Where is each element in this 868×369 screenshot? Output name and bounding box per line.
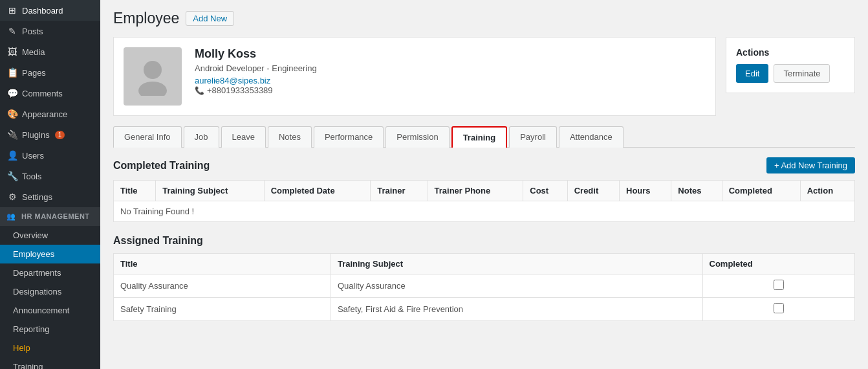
comments-icon: 💬 [6, 88, 18, 98]
row2-subject: Safety, First Aid & Fire Prevention [331, 298, 702, 321]
col-title: Title [114, 181, 156, 201]
sidebar-item-plugins[interactable]: 🔌 Plugins 1 [0, 124, 100, 145]
plugins-badge: 1 [55, 131, 65, 139]
sidebar-item-comments[interactable]: 💬 Comments [0, 83, 100, 104]
sidebar-item-label: Tools [22, 172, 41, 181]
completed-training-header: Completed Training + Add New Training [113, 157, 855, 173]
sidebar-item-settings[interactable]: ⚙ Settings [0, 186, 100, 207]
sidebar-item-overview[interactable]: Overview [0, 226, 100, 245]
add-new-button[interactable]: Add New [186, 11, 234, 26]
actions-title: Actions [736, 47, 845, 58]
dashboard-icon: ⊞ [6, 5, 18, 16]
row1-title: Quality Assurance [114, 274, 331, 298]
assigned-training-row-1: Quality Assurance Quality Assurance [114, 274, 855, 298]
appearance-icon: 🎨 [6, 109, 18, 119]
sidebar-item-training[interactable]: Training [0, 357, 100, 369]
col-cost: Cost [523, 181, 567, 201]
sidebar-item-employees[interactable]: Employees [0, 245, 100, 263]
tab-performance[interactable]: Performance [314, 126, 384, 148]
sidebar-item-posts[interactable]: ✎ Posts [0, 21, 100, 41]
sidebar-item-appearance[interactable]: 🎨 Appearance [0, 104, 100, 124]
tab-general-info[interactable]: General Info [113, 126, 182, 148]
sidebar-item-label: Appearance [22, 109, 67, 119]
tab-job[interactable]: Job [184, 126, 219, 148]
col-trainer: Trainer [371, 181, 428, 201]
svg-point-1 [138, 82, 167, 96]
sidebar-item-label: Posts [22, 27, 43, 36]
sidebar-item-dashboard[interactable]: ⊞ Dashboard [0, 0, 100, 21]
hr-icon: 👥 [6, 212, 16, 220]
phone-icon: 📞 [195, 86, 204, 95]
employee-phone: 📞 +8801933353389 [195, 85, 706, 95]
col-action: Action [800, 181, 854, 201]
sidebar-item-label: Pages [22, 68, 46, 78]
page-title-row: Employee Add New [113, 10, 855, 27]
tab-notes[interactable]: Notes [268, 126, 312, 148]
tools-icon: 🔧 [6, 171, 18, 181]
no-data-message: No Training Found ! [114, 201, 855, 222]
completed-training-header-row: Title Training Subject Completed Date Tr… [114, 181, 855, 201]
row2-title: Safety Training [114, 298, 331, 321]
employee-profile: Molly Koss Android Developer - Engineeri… [113, 37, 716, 116]
sidebar-item-label: Users [22, 151, 44, 161]
pages-icon: 📋 [6, 67, 18, 78]
assigned-training-table: Title Training Subject Completed Quality… [113, 253, 855, 321]
sidebar: ⊞ Dashboard ✎ Posts 🖼 Media 📋 Pages 💬 Co… [0, 0, 100, 369]
avatar [124, 47, 182, 106]
page-title: Employee [113, 10, 179, 27]
edit-button[interactable]: Edit [736, 64, 768, 83]
svg-point-0 [144, 61, 162, 79]
assigned-col-subject: Training Subject [331, 254, 702, 274]
employee-job-title: Android Developer - Engineering [195, 63, 706, 73]
hr-section-label: 👥 HR Management [6, 212, 90, 220]
row1-completed-cell [702, 274, 855, 298]
sidebar-item-users[interactable]: 👤 Users [0, 145, 100, 166]
posts-icon: ✎ [6, 26, 18, 36]
row2-completed-checkbox[interactable] [774, 303, 784, 313]
assigned-training-header-row: Title Training Subject Completed [114, 254, 855, 274]
sidebar-item-media[interactable]: 🖼 Media [0, 41, 100, 62]
employee-email[interactable]: aurelie84@sipes.biz [195, 76, 270, 85]
sidebar-item-label: Plugins [22, 130, 50, 140]
row1-completed-checkbox[interactable] [774, 280, 784, 290]
tab-leave[interactable]: Leave [221, 126, 266, 148]
sidebar-item-label: Comments [22, 89, 63, 98]
sidebar-item-label: Dashboard [22, 6, 63, 16]
hr-section-header: 👥 HR Management [0, 207, 100, 226]
assigned-training-row-2: Safety Training Safety, First Aid & Fire… [114, 298, 855, 321]
actions-buttons: Edit Terminate [736, 64, 845, 83]
tabs-row: General Info Job Leave Notes Performance… [113, 126, 855, 148]
assigned-training-title: Assigned Training [113, 235, 203, 247]
tab-permission[interactable]: Permission [385, 126, 449, 148]
employee-name: Molly Koss [195, 47, 706, 61]
sidebar-item-pages[interactable]: 📋 Pages [0, 62, 100, 83]
sidebar-item-label: Settings [22, 192, 52, 202]
completed-training-title: Completed Training [113, 160, 210, 172]
terminate-button[interactable]: Terminate [774, 64, 830, 83]
col-completed-date: Completed Date [264, 181, 371, 201]
tab-training[interactable]: Training [451, 126, 508, 148]
col-notes: Notes [671, 181, 722, 201]
sidebar-item-announcement[interactable]: Announcement [0, 301, 100, 320]
sidebar-item-help[interactable]: Help [0, 339, 100, 357]
profile-actions-row: Molly Koss Android Developer - Engineeri… [113, 37, 855, 116]
sidebar-item-departments[interactable]: Departments [0, 263, 100, 282]
tab-attendance[interactable]: Attendance [559, 126, 624, 148]
sidebar-item-label: Media [22, 47, 45, 57]
row1-subject: Quality Assurance [331, 274, 702, 298]
main-content: Employee Add New Molly Koss Android Deve… [100, 0, 868, 369]
col-hours: Hours [620, 181, 671, 201]
tab-payroll[interactable]: Payroll [509, 126, 557, 148]
sidebar-item-tools[interactable]: 🔧 Tools [0, 166, 100, 186]
assigned-col-completed: Completed [702, 254, 855, 274]
sidebar-item-designations[interactable]: Designations [0, 282, 100, 301]
media-icon: 🖼 [6, 47, 18, 57]
actions-box: Actions Edit Terminate [726, 37, 855, 93]
col-training-subject: Training Subject [156, 181, 265, 201]
assigned-col-title: Title [114, 254, 331, 274]
add-training-button[interactable]: + Add New Training [766, 157, 855, 173]
sidebar-item-reporting[interactable]: Reporting [0, 320, 100, 339]
col-completed: Completed [722, 181, 800, 201]
row2-completed-cell [702, 298, 855, 321]
no-data-row: No Training Found ! [114, 201, 855, 222]
